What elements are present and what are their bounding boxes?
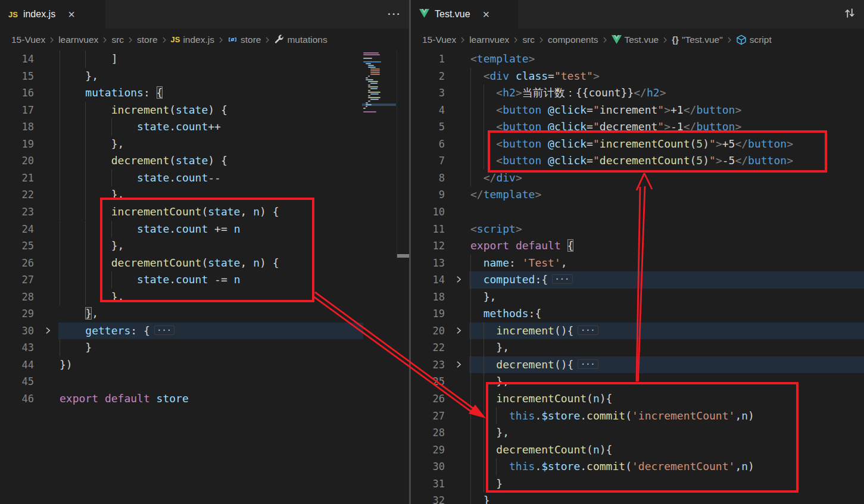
code-line[interactable]: this.$store.commit('incrementCount',n): [470, 408, 754, 425]
line-number: 28: [411, 424, 445, 442]
line-number: 14: [0, 51, 34, 68]
code-line[interactable]: incrementCount(n){: [470, 390, 612, 408]
minimap-code-bar: [363, 111, 376, 112]
line-number: 20: [411, 323, 445, 340]
scrollbar-track: [397, 51, 397, 259]
minimap-code-bar: [368, 92, 380, 93]
code-line[interactable]: },: [470, 339, 509, 356]
code-line[interactable]: }): [60, 356, 73, 374]
code-line[interactable]: state.count--: [60, 170, 221, 187]
line-number: 11: [411, 221, 445, 238]
minimap-code-bar: [368, 101, 370, 102]
minimap-code-bar: [370, 93, 379, 95]
minimap-code-bar: [368, 65, 374, 66]
code-line[interactable]: }: [470, 492, 490, 504]
code-line[interactable]: <h2>当前计数：{{count}}</h2>: [470, 84, 666, 102]
minimap-code-bar: [363, 61, 381, 62]
pane-divider[interactable]: [409, 0, 411, 504]
code-line[interactable]: state.count += n: [60, 221, 240, 238]
minimap[interactable]: [362, 51, 396, 229]
code-line[interactable]: }: [470, 475, 503, 493]
code-line[interactable]: <button @click="decrement">-1</button>: [470, 118, 741, 136]
code-line[interactable]: increment(state) {: [60, 102, 227, 119]
code-line[interactable]: },: [470, 424, 509, 442]
code-line[interactable]: </template>: [470, 186, 541, 204]
code-line[interactable]: },: [60, 68, 98, 85]
code-line[interactable]: <button @click="decrementCount(5)">-5</b…: [470, 152, 793, 170]
line-number: 43: [0, 339, 34, 356]
code-line[interactable]: },: [470, 373, 509, 390]
code-line[interactable]: },: [60, 186, 124, 204]
code-line[interactable]: <button @click="incrementCount(5)">+5</b…: [470, 136, 793, 153]
code-line[interactable]: increment(){···: [470, 323, 598, 340]
line-number: 26: [411, 390, 445, 408]
line-number: 30: [0, 323, 34, 340]
code-line[interactable]: ]: [60, 51, 118, 68]
scrollbar-thumb[interactable]: [397, 254, 409, 258]
editor-pane-right: Test.vue × 15-Vuexlearnvuexsrccomponents…: [411, 0, 864, 504]
code-line[interactable]: }: [60, 339, 92, 356]
code-line[interactable]: <button @click="increment">+1</button>: [470, 102, 741, 119]
code-line[interactable]: export default store: [60, 390, 189, 408]
line-number: 19: [411, 305, 445, 323]
line-number: 19: [0, 136, 34, 153]
code-line[interactable]: state.count -= n: [60, 271, 240, 289]
fold-chevron-icon[interactable]: [454, 359, 464, 370]
code-line[interactable]: },: [60, 237, 124, 255]
code-line[interactable]: computed:{···: [470, 271, 573, 289]
code-editor-right[interactable]: 1<template>2 <div class="test">3 <h2>当前计…: [411, 0, 864, 504]
line-number: 26: [0, 255, 34, 272]
code-line[interactable]: name: 'Test',: [470, 255, 567, 272]
vscode-window: JS index.js × ··· 15-Vuexlearnvuexsrcsto…: [0, 0, 864, 504]
line-number: 20: [0, 152, 34, 170]
line-number: 13: [411, 255, 445, 272]
code-line[interactable]: </div>: [470, 170, 522, 187]
minimap-code-bar: [366, 106, 367, 107]
minimap-code-bar: [366, 79, 373, 80]
code-line[interactable]: },: [60, 289, 124, 306]
code-line[interactable]: incrementCount(state, n) {: [60, 204, 279, 221]
minimap-code-bar: [370, 88, 378, 89]
fold-chevron-icon[interactable]: [454, 325, 464, 336]
code-line[interactable]: decrementCount(n){: [470, 442, 612, 459]
code-line[interactable]: },: [60, 305, 98, 323]
code-line[interactable]: mutations: {: [60, 84, 163, 102]
line-number: 29: [411, 442, 445, 459]
code-line[interactable]: getters: {···: [60, 323, 174, 340]
code-line[interactable]: this.$store.commit('decrementCount',n): [470, 458, 754, 475]
minimap-code-bar: [363, 52, 379, 54]
line-number: 31: [411, 475, 445, 493]
minimap-code-bar: [366, 77, 368, 79]
line-number: 4: [411, 102, 445, 119]
code-line[interactable]: <template>: [470, 51, 535, 68]
code-line[interactable]: <div class="test">: [470, 68, 600, 85]
line-number: 25: [0, 237, 34, 255]
line-number: 32: [411, 492, 445, 504]
line-number: 27: [0, 271, 34, 289]
fold-chevron-icon[interactable]: [454, 274, 464, 285]
code-editor-left[interactable]: 14 ]15 },16 mutations: {17 increment(sta…: [0, 0, 410, 504]
code-line[interactable]: methods:{: [470, 305, 541, 323]
code-line[interactable]: },: [60, 136, 124, 153]
minimap-code-bar: [368, 90, 370, 91]
line-number: 18: [0, 118, 34, 136]
line-number: 46: [0, 390, 34, 408]
folded-code-ellipsis: ···: [578, 359, 598, 369]
code-line[interactable]: decrement(state) {: [60, 152, 227, 170]
line-number: 9: [411, 186, 445, 204]
line-number: 28: [0, 289, 34, 306]
code-line[interactable]: },: [470, 289, 496, 306]
code-line[interactable]: <script>: [470, 221, 522, 238]
line-number: 15: [0, 68, 34, 85]
code-line[interactable]: decrement(){···: [470, 356, 598, 374]
minimap-code-bar: [370, 99, 379, 100]
line-number: 22: [411, 339, 445, 356]
minimap-code-bar: [363, 58, 372, 59]
line-number: 7: [411, 152, 445, 170]
code-line[interactable]: decrementCount(state, n) {: [60, 255, 279, 272]
minimap-code-bar: [368, 95, 370, 96]
fold-chevron-icon[interactable]: [43, 325, 54, 336]
code-line[interactable]: state.count++: [60, 118, 221, 136]
line-number: 6: [411, 136, 445, 153]
code-line[interactable]: export default {: [470, 237, 573, 255]
